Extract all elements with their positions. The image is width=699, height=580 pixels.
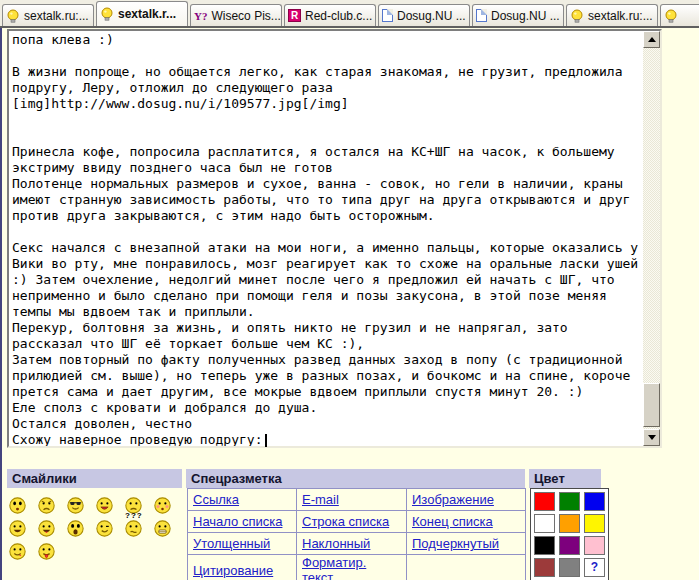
markup-row: УтолщенныйНаклонныйПодчеркнутый — [188, 533, 526, 555]
markup-cell: Наклонный — [297, 533, 407, 555]
bulb-icon — [570, 9, 584, 23]
color-swatch[interactable] — [534, 514, 555, 533]
smiley-surprised[interactable] — [9, 497, 26, 514]
post-editor: попа клева :) В жизни попроще, но общает… — [7, 29, 662, 448]
markup-cell: Конец списка — [407, 511, 526, 533]
markup-link[interactable]: Конец списка — [412, 514, 493, 529]
markup-link[interactable]: Цитирование — [193, 563, 273, 578]
yahoo-icon: Y? — [194, 10, 207, 22]
color-palette: ? — [530, 488, 609, 580]
colors-panel-header: Цвет — [529, 469, 601, 488]
smiley-bigsmile[interactable] — [96, 497, 113, 514]
browser-tab-6[interactable]: sextalk.ru:... — [566, 4, 658, 26]
markup-link[interactable]: Наклонный — [302, 536, 370, 551]
color-swatch[interactable] — [559, 514, 580, 533]
markup-cell: Строка списка — [297, 511, 407, 533]
markup-cell: Начало списка — [188, 511, 297, 533]
smiley-cool[interactable] — [67, 497, 84, 514]
window-left-border — [0, 28, 2, 580]
tab-label: sextalk.ru:... — [24, 9, 89, 23]
markup-cell: Изображение — [407, 489, 526, 511]
color-swatch[interactable] — [559, 536, 580, 555]
tab-label: Red-club.c... — [305, 9, 372, 23]
color-swatch[interactable] — [559, 492, 580, 511]
markup-panel-header: Спецразметка — [186, 469, 525, 488]
color-swatch[interactable] — [584, 514, 605, 533]
tab-label: Dosug.NU ... — [491, 9, 560, 23]
tab-label: sextalk.r... — [118, 7, 176, 21]
markup-table: СсылкаE-mailИзображениеНачало спискаСтро… — [187, 488, 526, 580]
scrollbar-thumb[interactable] — [643, 383, 660, 427]
smiley-lick[interactable] — [9, 543, 26, 560]
markup-link[interactable]: Ссылка — [193, 492, 239, 507]
markup-link[interactable]: Строка списка — [302, 514, 389, 529]
tab-label: Wiseco Pis... — [211, 9, 280, 23]
color-swatch[interactable] — [584, 492, 605, 511]
text-caret — [265, 434, 267, 447]
markup-cell: Подчеркнутый — [407, 533, 526, 555]
browser-tab-7[interactable] — [660, 4, 699, 26]
confused-badge: ??? — [125, 511, 143, 520]
browser-tab-5[interactable]: Dosug.NU ... — [472, 4, 564, 26]
color-swatch[interactable] — [534, 536, 555, 555]
scroll-up-button[interactable] — [643, 31, 660, 48]
smiley-laugh-tongue[interactable] — [38, 520, 55, 537]
markup-cell: Ссылка — [188, 489, 297, 511]
color-swatch[interactable] — [534, 558, 555, 577]
smiley-wink[interactable] — [96, 520, 113, 537]
doc-icon — [382, 9, 393, 22]
markup-row: ЦитированиеФорматир. текст — [188, 555, 526, 580]
smiley-confused[interactable]: ??? — [125, 520, 142, 537]
browser-tab-2[interactable]: Y?Wiseco Pis... — [190, 4, 282, 26]
markup-cell — [407, 555, 526, 580]
browser-tab-0[interactable]: sextalk.ru:... — [2, 4, 94, 26]
redclub-icon: R — [288, 9, 301, 22]
markup-cell: Форматир. текст — [297, 555, 407, 580]
browser-tab-3[interactable]: RRed-club.c... — [284, 4, 376, 26]
markup-link[interactable]: Изображение — [412, 492, 494, 507]
bulb-icon — [664, 9, 678, 23]
color-swatch-unknown[interactable]: ? — [584, 558, 605, 577]
markup-row: Начало спискаСтрока спискаКонец списка — [188, 511, 526, 533]
color-swatch[interactable] — [559, 558, 580, 577]
color-swatch[interactable] — [534, 492, 555, 511]
markup-link[interactable]: Начало списка — [193, 514, 282, 529]
markup-row: СсылкаE-mailИзображение — [188, 489, 526, 511]
smiley-tongue[interactable] — [38, 543, 55, 560]
editor-scrollbar[interactable] — [643, 31, 660, 446]
tab-bar: sextalk.ru:...sextalk.r...Y?Wiseco Pis..… — [0, 0, 699, 28]
smiley-shock[interactable] — [67, 520, 84, 537]
bulb-icon — [6, 9, 20, 23]
markup-link[interactable]: Утолщенный — [193, 536, 270, 551]
markup-link[interactable]: Подчеркнутый — [412, 536, 499, 551]
tab-label: sextalk.ru:... — [588, 9, 653, 23]
bulb-icon — [100, 7, 114, 21]
markup-cell: E-mail — [297, 489, 407, 511]
smilies-panel-header: Смайлики — [7, 469, 182, 488]
smiley-grid: ??? — [9, 497, 187, 560]
arrow-up-icon — [648, 37, 656, 42]
color-swatch[interactable] — [584, 536, 605, 555]
post-textarea[interactable]: попа клева :) В жизни попроще, но общает… — [9, 31, 643, 446]
smiley-blush[interactable] — [154, 497, 171, 514]
markup-link[interactable]: Форматир. текст — [302, 555, 366, 580]
arrow-down-icon — [648, 435, 656, 440]
markup-link[interactable]: E-mail — [302, 492, 339, 507]
tab-label: Dosug.NU ... — [397, 9, 466, 23]
browser-tab-4[interactable]: Dosug.NU ... — [378, 4, 470, 26]
smiley-laugh[interactable] — [9, 520, 26, 537]
smiley-sad[interactable] — [38, 497, 55, 514]
browser-tab-1[interactable]: sextalk.r... — [96, 1, 188, 26]
markup-cell: Цитирование — [188, 555, 297, 580]
doc-icon — [476, 9, 487, 22]
markup-cell: Утолщенный — [188, 533, 297, 555]
smiley-grin[interactable] — [154, 520, 171, 537]
scroll-down-button[interactable] — [643, 429, 660, 446]
